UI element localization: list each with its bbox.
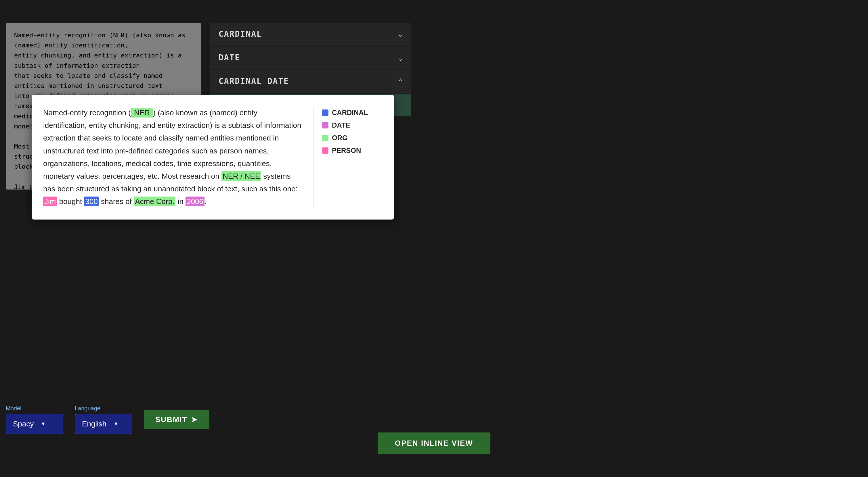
cardinal-highlight: 300: [84, 197, 99, 206]
language-dropdown-group: Language English ▼: [75, 405, 132, 434]
main-container: Named-entity recognition (NER) (also kno…: [0, 0, 868, 477]
legend-date-label: DATE: [332, 121, 350, 129]
model-dropdown-button[interactable]: Spacy ▼: [6, 414, 63, 434]
cardinal-entity-item[interactable]: CARDINAL ⌄: [210, 23, 411, 45]
modal-text-bought: bought: [57, 197, 84, 206]
text-line1: Named-entity recognition (NER) (also kno…: [14, 32, 186, 49]
text-line3: that seeks to locate and classify named …: [14, 72, 163, 89]
modal-text-content: Named-entity recognition ( NER ) (also k…: [43, 106, 302, 208]
modal-legend: CARDINAL DATE ORG PERSON: [313, 106, 382, 208]
legend-item-cardinal: CARDINAL: [322, 109, 382, 117]
date-entity-item[interactable]: DATE ⌄: [210, 46, 411, 69]
legend-org-box: [322, 135, 329, 141]
language-dropdown-wrapper: Language English ▼: [75, 405, 132, 434]
controls-bar: Model Spacy ▼ Language English ▼ SUBMIT …: [6, 405, 209, 434]
date-highlight: 2006: [186, 197, 205, 206]
submit-arrow-icon: ➤: [191, 415, 198, 424]
model-value: Spacy: [13, 419, 34, 429]
legend-item-org: ORG: [322, 134, 382, 142]
legend-item-person: PERSON: [322, 146, 382, 155]
cardinal-date-expanded-item[interactable]: CARDINAL DATE ⌃: [210, 70, 411, 93]
legend-person-box: [322, 147, 329, 154]
cardinal-date-chevron-up-icon: ⌃: [399, 77, 403, 86]
cardinal-date-label: CARDINAL DATE: [219, 76, 289, 86]
modal-text-before: Named-entity recognition (: [43, 108, 131, 117]
inline-modal: Named-entity recognition ( NER ) (also k…: [32, 95, 394, 219]
date-label: DATE: [219, 53, 240, 62]
legend-date-box: [322, 122, 329, 129]
ner-nee-highlight: NER / NEE: [221, 171, 261, 181]
ner-highlight: NER: [131, 108, 153, 117]
legend-person-label: PERSON: [332, 146, 361, 155]
language-dropdown-arrow-icon: ▼: [113, 421, 119, 427]
legend-cardinal-box: [322, 109, 329, 116]
jim-highlight: Jim: [43, 197, 57, 206]
legend-cardinal-label: CARDINAL: [332, 109, 368, 117]
submit-label: SUBMIT: [155, 415, 188, 424]
model-dropdown-arrow-icon: ▼: [40, 421, 46, 427]
language-dropdown-button[interactable]: English ▼: [75, 414, 132, 434]
text-line2: entity chunking, and entity extraction) …: [14, 52, 182, 69]
model-dropdown-wrapper: Model Spacy ▼: [6, 405, 63, 434]
model-dropdown-group: Model Spacy ▼: [6, 405, 63, 434]
model-label: Model: [6, 405, 63, 412]
legend-org-label: ORG: [332, 134, 348, 142]
legend-item-date: DATE: [322, 121, 382, 129]
language-value: English: [82, 419, 106, 429]
date-chevron-icon: ⌄: [399, 54, 403, 62]
cardinal-label: CARDINAL: [219, 29, 262, 39]
open-inline-view-button[interactable]: OPEN INLINE VIEW: [378, 433, 490, 454]
modal-text-after-ner: ) (also known as (named) entity identifi…: [43, 108, 301, 180]
org-highlight: Acme Corp.: [134, 197, 176, 206]
cardinal-chevron-icon: ⌄: [399, 30, 403, 38]
modal-text-in: in: [176, 197, 186, 206]
modal-text-period: .: [205, 197, 207, 206]
modal-text-shares: shares of: [99, 197, 134, 206]
open-inline-view-label: OPEN INLINE VIEW: [395, 439, 473, 447]
language-label: Language: [75, 405, 132, 412]
submit-button[interactable]: SUBMIT ➤: [144, 410, 209, 429]
